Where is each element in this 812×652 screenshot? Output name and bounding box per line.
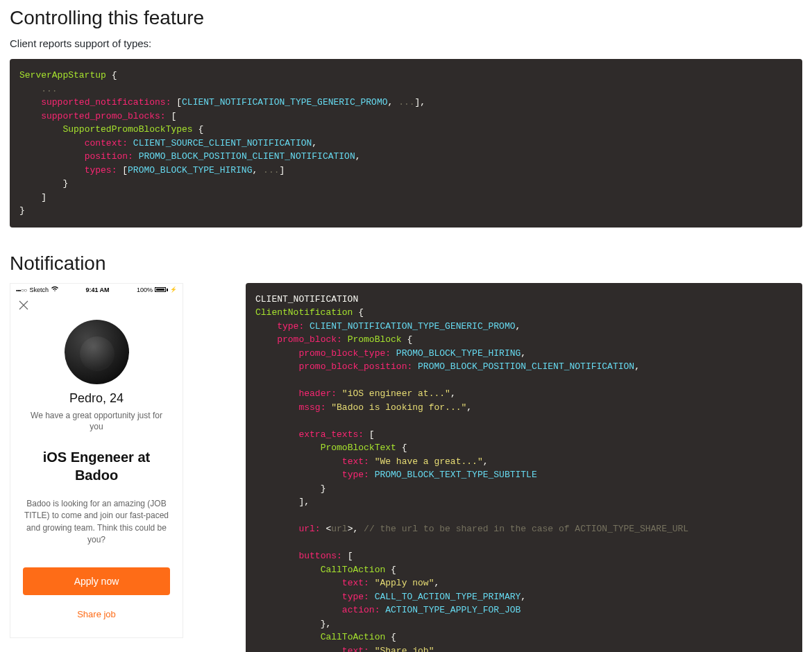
opportunity-subtitle: We have a great opportunity just for you	[23, 410, 170, 434]
tok: PromoBlock	[348, 334, 402, 345]
battery-label: 100%	[137, 286, 153, 293]
tok: CLIENT_NOTIFICATION_TYPE_GENERIC_PROMO	[310, 321, 515, 332]
wifi-icon	[51, 286, 58, 293]
tok: PROMO_BLOCK_TYPE_HIRING	[396, 348, 521, 359]
tok: ...	[398, 97, 414, 108]
tok: ACTION_TYPE_APPLY_FOR_JOB	[385, 605, 521, 615]
code-block-1: ServerAppStartup { ... supported_notific…	[10, 59, 802, 228]
tok: CallToAction	[321, 565, 386, 575]
share-button[interactable]: Share job	[23, 603, 170, 625]
tok: "Badoo is looking for..."	[331, 402, 466, 413]
code-block-2: CLIENT_NOTIFICATION ClientNotification {…	[246, 283, 802, 653]
tok: "iOS engineer at..."	[342, 388, 450, 399]
signal-icon	[16, 286, 27, 293]
tok: CLIENT_NOTIFICATION	[255, 294, 358, 304]
tok: supported_notifications:	[41, 97, 171, 108]
tok: extra_texts:	[298, 429, 364, 440]
carrier-label: Sketch	[30, 286, 49, 293]
tok: PROMO_BLOCK_TYPE_HIRING	[128, 165, 252, 175]
charging-icon: ⚡	[170, 286, 177, 293]
tok: "Apply now"	[375, 578, 434, 588]
tok: action:	[342, 605, 380, 615]
tok: promo_block_position:	[298, 361, 412, 372]
clock-label: 9:41 AM	[85, 286, 109, 293]
tok: PROMO_BLOCK_TEXT_TYPE_SUBTITLE	[375, 470, 537, 480]
battery-icon	[155, 287, 166, 292]
tok: supported_promo_blocks:	[41, 111, 165, 121]
job-title: iOS Engeneer at Badoo	[23, 448, 170, 484]
tok: "We have a great..."	[375, 456, 483, 467]
section-title: Controlling this feature	[10, 7, 802, 29]
tok: CALL_TO_ACTION_TYPE_PRIMARY	[375, 592, 521, 602]
tok: ...	[263, 165, 279, 175]
phone-mockup: Sketch 9:41 AM 100% ⚡ Pedro, 24 We have …	[10, 283, 183, 638]
status-bar: Sketch 9:41 AM 100% ⚡	[10, 284, 183, 296]
tok: PROMO_BLOCK_POSITION_CLIENT_NOTIFICATION	[418, 361, 634, 372]
tok: PromoBlockText	[321, 443, 396, 453]
tok: url	[331, 524, 347, 534]
section-desc: Client reports support of types:	[10, 37, 802, 49]
tok: position:	[85, 151, 133, 162]
tok: promo_block:	[277, 334, 342, 345]
tok: text:	[342, 646, 369, 653]
apply-button[interactable]: Apply now	[23, 567, 170, 595]
tok: text:	[342, 456, 369, 467]
tok: text:	[342, 578, 369, 588]
tok: PROMO_BLOCK_POSITION_CLIENT_NOTIFICATION	[139, 151, 355, 162]
tok: "Share job"	[375, 646, 434, 653]
job-description: Badoo is looking for an amazing (JOB TIT…	[23, 498, 170, 547]
tok: CallToAction	[321, 632, 386, 642]
tok: url:	[298, 524, 320, 534]
tok: type:	[342, 592, 369, 602]
tok: // the url to be shared in the case of A…	[364, 524, 688, 534]
tok: CLIENT_SOURCE_CLIENT_NOTIFICATION	[133, 138, 312, 148]
avatar	[65, 320, 129, 384]
tok: ClientNotification	[255, 307, 353, 318]
tok: context:	[85, 138, 128, 148]
tok: buttons:	[298, 551, 341, 561]
tok: CLIENT_NOTIFICATION_TYPE_GENERIC_PROMO	[182, 97, 387, 108]
section-title: Notification	[10, 252, 802, 275]
tok: ...	[41, 84, 57, 94]
tok: type:	[277, 321, 304, 332]
tok: types:	[85, 165, 117, 175]
user-name: Pedro, 24	[23, 391, 170, 406]
tok: promo_block_type:	[298, 348, 391, 359]
close-icon[interactable]	[10, 296, 183, 314]
tok: ServerAppStartup	[19, 70, 106, 80]
tok: mssg:	[298, 402, 325, 413]
tok: SupportedPromoBlockTypes	[62, 124, 192, 135]
tok: header:	[298, 388, 337, 399]
tok: type:	[342, 470, 369, 480]
